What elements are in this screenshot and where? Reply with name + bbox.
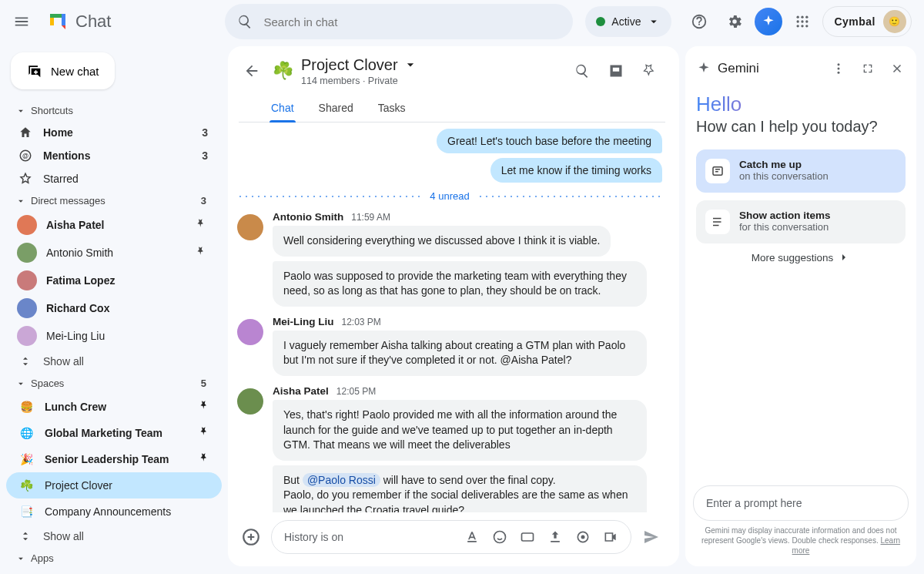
spaces-show-all[interactable]: Show all (6, 525, 222, 548)
format-button[interactable] (460, 525, 484, 549)
send-button[interactable] (639, 525, 664, 549)
spaces-count: 5 (201, 378, 206, 389)
dm-item[interactable]: Richard Cox (6, 294, 222, 322)
new-chat-button[interactable]: New chat (11, 52, 115, 89)
gemini-close-button[interactable] (886, 57, 909, 80)
message-author: Antonio Smith (273, 211, 343, 223)
gemini-top-button[interactable] (755, 8, 782, 35)
space-item[interactable]: 📑 Company Announcements (6, 498, 222, 525)
space-emoji-icon: 📑 (17, 502, 35, 521)
gemini-more-suggestions[interactable]: More suggestions (696, 251, 906, 264)
space-title[interactable]: Project Clover (301, 56, 398, 74)
header-search-button[interactable] (567, 55, 598, 86)
space-emoji-icon: 🍔 (17, 398, 35, 416)
app-name: Chat (75, 12, 111, 32)
outgoing-message[interactable]: Let me know if the timing works (490, 158, 662, 183)
gif-button[interactable] (515, 525, 540, 549)
space-name: Company Announcements (45, 505, 171, 518)
shortcut-mentions[interactable]: @ Mentions 3 (6, 144, 222, 167)
user-avatar: 🙂 (883, 10, 906, 33)
svg-rect-10 (522, 533, 534, 541)
app-item[interactable]: ▲ Google Drive (6, 569, 222, 574)
dm-item[interactable]: Aisha Patel (6, 211, 222, 239)
message-list[interactable]: Great! Let's touch base before the meeti… (228, 123, 679, 512)
message-avatar (237, 319, 263, 345)
shortcut-label: Home (43, 126, 73, 139)
tab-tasks[interactable]: Tasks (377, 96, 407, 122)
section-direct-messages[interactable]: Direct messages 3 (6, 190, 222, 211)
gemini-suggestion[interactable]: Catch me up on this conversation (696, 149, 906, 193)
pin-icon (197, 425, 211, 441)
pin-icon (197, 451, 211, 468)
search-bar[interactable] (225, 4, 573, 39)
top-bar: Chat Active Cymbal 🙂 (0, 0, 924, 43)
incoming-message[interactable]: Yes, that's right! Paolo provided me wit… (273, 400, 647, 461)
back-button[interactable] (239, 58, 265, 84)
video-button[interactable] (598, 525, 623, 549)
dm-item[interactable]: Fatima Lopez (6, 267, 222, 294)
chevron-down-icon[interactable] (403, 57, 418, 72)
message-composer[interactable]: History is on (271, 520, 631, 554)
gear-icon (726, 13, 743, 30)
shortcut-icon: @ (17, 149, 34, 163)
dm-name: Richard Cox (46, 302, 109, 314)
upload-button[interactable] (543, 525, 567, 549)
space-item[interactable]: 🎉 Senior Leadership Team (6, 446, 222, 472)
svg-point-6 (797, 25, 799, 27)
dm-item[interactable]: Mei-Ling Liu (6, 322, 222, 350)
account-switcher[interactable]: Cymbal 🙂 (822, 6, 912, 37)
pin-outline-icon (642, 63, 658, 79)
header-pin-button[interactable] (634, 55, 665, 86)
dms-show-all[interactable]: Show all (6, 350, 222, 373)
emoji-icon (492, 529, 507, 545)
shortcut-icon (17, 126, 34, 139)
close-icon (890, 62, 904, 76)
incoming-message[interactable]: I vaguely remember Aisha talking about c… (273, 331, 647, 376)
space-name: Global Marketing Team (45, 427, 162, 439)
tab-chat[interactable]: Chat (270, 96, 296, 122)
dm-name: Mei-Ling Liu (46, 330, 105, 342)
mention-chip[interactable]: @Paolo Rossi (303, 473, 380, 487)
space-item[interactable]: 🍔 Lunch Crew (6, 394, 222, 420)
expand-icon (862, 62, 874, 75)
gemini-more-button[interactable] (827, 57, 850, 80)
workspace-name: Cymbal (834, 15, 875, 28)
section-spaces[interactable]: Spaces 5 (6, 373, 222, 394)
status-active-dot-icon (596, 17, 605, 26)
record-button[interactable] (571, 525, 595, 549)
shortcut-starred[interactable]: Starred (6, 167, 222, 190)
settings-button[interactable] (719, 6, 750, 37)
search-input[interactable] (262, 15, 561, 29)
outgoing-message[interactable]: Great! Let's touch base before the meeti… (437, 129, 662, 153)
emoji-button[interactable] (487, 525, 512, 549)
main-menu-button[interactable] (6, 6, 37, 37)
suggestion-icon (705, 159, 730, 183)
gemini-prompt-input[interactable]: Enter a prompt here (693, 485, 909, 521)
incoming-message[interactable]: Well considering everything we discussed… (273, 226, 611, 257)
shortcut-home[interactable]: Home 3 (6, 121, 222, 144)
svg-point-2 (806, 16, 808, 18)
gemini-expand-button[interactable] (856, 57, 879, 80)
header-present-button[interactable] (601, 55, 631, 86)
space-item[interactable]: ☘️ Project Clover (6, 472, 222, 498)
apps-launcher-button[interactable] (787, 6, 818, 37)
dm-item[interactable]: Antonio Smith (6, 239, 222, 267)
section-apps[interactable]: Apps (6, 548, 222, 569)
help-icon (691, 13, 708, 30)
gemini-suggestion[interactable]: Show action items for this conversation (696, 200, 906, 243)
dm-name: Fatima Lopez (46, 274, 115, 287)
space-emoji: ☘️ (273, 61, 293, 81)
chat-logo-icon (46, 10, 69, 33)
dms-count: 3 (201, 195, 206, 206)
incoming-message[interactable]: Paolo was supposed to provide the market… (273, 261, 647, 307)
help-button[interactable] (684, 6, 715, 37)
status-selector[interactable]: Active (585, 6, 671, 37)
composer-plus-button[interactable] (239, 525, 263, 549)
dm-avatar (17, 243, 37, 263)
section-shortcuts[interactable]: Shortcuts (6, 100, 222, 121)
gif-icon (520, 529, 535, 545)
tab-shared[interactable]: Shared (317, 96, 355, 122)
message-time: 12:03 PM (341, 317, 380, 327)
incoming-message[interactable]: But @Paolo Rossi will have to send over … (273, 465, 647, 512)
space-item[interactable]: 🌐 Global Marketing Team (6, 420, 222, 446)
